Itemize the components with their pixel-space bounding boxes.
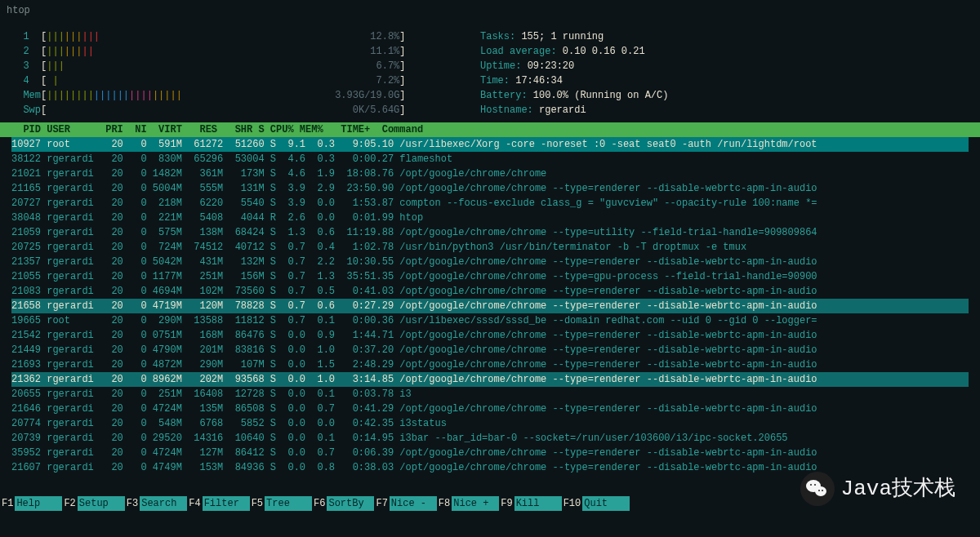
process-row[interactable]: 19665 root 20 0 290M 13588 11812 S 0.7 0… xyxy=(11,313,969,328)
time-label: Time: xyxy=(480,75,510,87)
process-row[interactable]: 10927 root 20 0 591M 61272 51260 S 9.1 0… xyxy=(11,137,969,152)
time-value: 17:46:34 xyxy=(515,75,563,87)
fn-f5[interactable]: F5Tree xyxy=(250,496,312,511)
uptime-value: 09:23:20 xyxy=(528,60,575,72)
process-header[interactable]: PID USER PRI NI VIRT RES SHR S CPU% MEM%… xyxy=(0,122,980,137)
fn-f7[interactable]: F7Nice - xyxy=(374,496,436,511)
process-row[interactable]: 21165 rgerardi 20 0 5004M 555M 131M S 3.… xyxy=(11,181,969,196)
system-info: Tasks: 155; 1 running Load average: 0.10… xyxy=(480,29,969,118)
process-row[interactable]: 21646 rgerardi 20 0 4724M 135M 86508 S 0… xyxy=(11,402,969,416)
process-row[interactable]: 21542 rgerardi 20 0 0751M 168M 86476 S 0… xyxy=(11,328,969,343)
process-row[interactable]: 35952 rgerardi 20 0 4724M 127M 86412 S 0… xyxy=(11,446,969,460)
process-row[interactable]: 21357 rgerardi 20 0 5042M 431M 132M S 0.… xyxy=(11,255,969,269)
process-row[interactable]: 20739 rgerardi 20 0 29520 14316 10640 S … xyxy=(11,431,969,446)
process-row[interactable]: 38122 rgerardi 20 0 830M 65296 53004 S 4… xyxy=(11,152,969,166)
process-row[interactable]: 20727 rgerardi 20 0 218M 6220 5540 S 3.9… xyxy=(11,196,969,211)
process-row[interactable]: 20774 rgerardi 20 0 548M 6768 5852 S 0.0… xyxy=(11,416,969,431)
process-row[interactable]: 21083 rgerardi 20 0 4694M 102M 73560 S 0… xyxy=(11,284,969,299)
process-row[interactable]: 21059 rgerardi 20 0 575M 138M 68424 S 1.… xyxy=(11,225,969,240)
process-row[interactable]: 20655 rgerardi 20 0 251M 16408 12728 S 0… xyxy=(11,387,969,402)
function-key-bar[interactable]: F1HelpF2SetupF3SearchF4FilterF5TreeF6Sor… xyxy=(0,496,980,511)
tasks-label: Tasks: xyxy=(480,31,515,42)
fn-f3[interactable]: F3Search xyxy=(125,496,187,511)
process-row[interactable]: 21449 rgerardi 20 0 4790M 201M 83816 S 0… xyxy=(11,343,969,357)
process-row[interactable]: 21693 rgerardi 20 0 4872M 290M 107M S 0.… xyxy=(11,357,969,372)
load-label: Load average: xyxy=(480,46,557,57)
fn-f6[interactable]: F6SortBy xyxy=(312,496,374,511)
fn-f8[interactable]: F8Nice + xyxy=(437,496,499,511)
process-row[interactable]: 21607 rgerardi 20 0 4749M 153M 84936 S 0… xyxy=(11,460,969,475)
uptime-label: Uptime: xyxy=(480,60,521,72)
fn-f2[interactable]: F2Setup xyxy=(62,496,124,511)
battery-label: Battery: xyxy=(480,90,528,101)
process-row[interactable]: 21658 rgerardi 20 0 4719M 120M 78828 S 0… xyxy=(11,299,969,313)
process-row[interactable]: 38048 rgerardi 20 0 221M 5408 4044 R 2.6… xyxy=(11,211,969,225)
process-row[interactable]: 21362 rgerardi 20 0 8962M 202M 93568 S 0… xyxy=(11,372,969,387)
fn-f4[interactable]: F4Filter xyxy=(187,496,249,511)
process-row[interactable]: 20725 rgerardi 20 0 724M 74512 40712 S 0… xyxy=(11,240,969,255)
cpu-mem-meters: 1 [||||||||| 12.8%] 2 [|||||||| 11.1%] 3… xyxy=(11,29,469,118)
fn-f1[interactable]: F1Help xyxy=(0,496,62,511)
process-row[interactable]: 21055 rgerardi 20 0 1177M 251M 156M S 0.… xyxy=(11,269,969,284)
hostname-value: rgerardi xyxy=(539,104,586,116)
fn-f10[interactable]: F10Quit xyxy=(562,496,630,511)
summary-panel: 1 [||||||||| 12.8%] 2 [|||||||| 11.1%] 3… xyxy=(0,21,980,122)
fn-f9[interactable]: F9Kill xyxy=(499,496,561,511)
load-value: 0.10 0.16 0.21 xyxy=(563,46,645,57)
tasks-value: 155; 1 running xyxy=(521,31,604,42)
battery-value: 100.0% (Running on A/C) xyxy=(533,90,669,101)
process-row[interactable]: 21021 rgerardi 20 0 1482M 361M 173M S 4.… xyxy=(11,166,969,181)
window-title: htop xyxy=(0,0,980,21)
process-list[interactable]: 10927 root 20 0 591M 61272 51260 S 9.1 0… xyxy=(0,137,980,475)
hostname-label: Hostname: xyxy=(480,104,533,116)
